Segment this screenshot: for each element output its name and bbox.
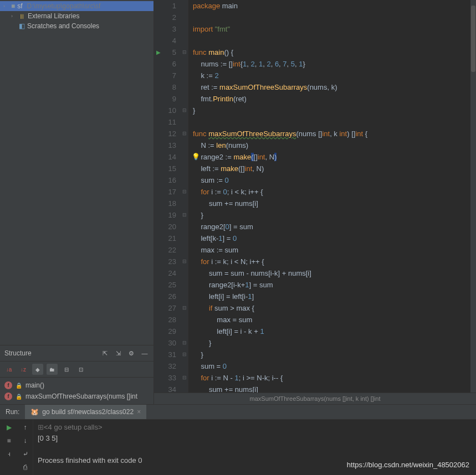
function-icon: f bbox=[4, 381, 12, 389]
chevron-right-icon: › bbox=[11, 13, 17, 19]
run-tab[interactable]: 🐹 go build sf/newclass2/class022 × bbox=[25, 405, 146, 419]
down-icon[interactable]: ↓ bbox=[20, 435, 31, 446]
stop-icon[interactable]: ■ bbox=[3, 435, 14, 446]
expand-icon[interactable]: ⇱ bbox=[100, 349, 109, 358]
project-name: sf bbox=[17, 2, 22, 10]
folder-icon[interactable]: 🖿 bbox=[47, 364, 58, 375]
fold-column[interactable]: ⊟⊟⊟⊟⊟⊟⊟⊟⊟⊟ bbox=[181, 0, 188, 393]
sort-visibility-icon[interactable]: ↓z bbox=[18, 364, 29, 375]
project-sidebar: › ■ sf D:\mysetup\gopath\src\sf › ⫼ Exte… bbox=[0, 0, 154, 404]
lock-icon: 🔒 bbox=[16, 383, 22, 389]
folder-icon: ■ bbox=[11, 2, 15, 10]
external-libraries[interactable]: › ⫼ External Libraries bbox=[0, 11, 153, 21]
project-path: D:\mysetup\gopath\src\sf bbox=[27, 2, 101, 10]
structure-func-main[interactable]: f 🔒 main() bbox=[0, 380, 153, 391]
layout-icon[interactable]: ⫞ bbox=[3, 448, 14, 459]
up-icon[interactable]: ↑ bbox=[20, 422, 31, 433]
gear-icon[interactable]: ⚙ bbox=[127, 349, 136, 358]
scratch-label: Scratches and Consoles bbox=[27, 22, 99, 30]
go-icon: 🐹 bbox=[30, 408, 39, 416]
project-root[interactable]: › ■ sf D:\mysetup\gopath\src\sf bbox=[0, 1, 153, 11]
minimize-icon[interactable]: — bbox=[140, 349, 149, 358]
project-tree: › ■ sf D:\mysetup\gopath\src\sf › ⫼ Exte… bbox=[0, 0, 153, 32]
autoscroll-icon[interactable]: ⊟ bbox=[61, 364, 72, 375]
function-icon: f bbox=[4, 393, 12, 400]
filter-icon[interactable]: ◆ bbox=[32, 364, 43, 375]
run-output[interactable]: ⊞<4 go setup calls> [0 3 5] Process fini… bbox=[33, 420, 476, 475]
output-result: [0 3 5] bbox=[38, 433, 472, 444]
close-icon[interactable]: × bbox=[137, 408, 141, 416]
vertical-scrollbar[interactable] bbox=[470, 0, 476, 393]
code-content[interactable]: package mainimport "fmt"func main() { nu… bbox=[188, 0, 476, 393]
sort-alpha-icon[interactable]: ↓a bbox=[3, 364, 14, 375]
print-icon[interactable]: ⎙ bbox=[20, 462, 31, 473]
fold-icon[interactable]: ⊞ bbox=[38, 423, 44, 431]
breadcrumb[interactable]: maxSumOfThreeSubarrays(nums []int, k int… bbox=[154, 393, 476, 404]
scratches[interactable]: ◧ Scratches and Consoles bbox=[0, 21, 153, 31]
lock-icon: 🔒 bbox=[16, 394, 22, 400]
line-gutter[interactable]: 12345▶6789101112131415161718192021222324… bbox=[154, 0, 181, 393]
libs-label: External Libraries bbox=[28, 12, 79, 20]
wrap-icon[interactable]: ⤶ bbox=[20, 448, 31, 459]
structure-title: Structure bbox=[4, 349, 100, 357]
code-editor[interactable]: 12345▶6789101112131415161718192021222324… bbox=[154, 0, 476, 404]
scroll-thumb[interactable] bbox=[471, 6, 475, 72]
autoscroll2-icon[interactable]: ⊡ bbox=[75, 364, 86, 375]
scratch-icon: ◧ bbox=[19, 22, 25, 30]
watermark: https://blog.csdn.net/weixin_48502062 bbox=[347, 459, 469, 471]
run-label: Run: bbox=[0, 405, 25, 419]
rerun-icon[interactable]: ▶ bbox=[3, 422, 14, 433]
structure-func-maxsum[interactable]: f 🔒 maxSumOfThreeSubarrays(nums []int bbox=[0, 391, 153, 402]
chevron-right-icon: › bbox=[3, 3, 9, 9]
run-panel: Run: 🐹 go build sf/newclass2/class022 × … bbox=[0, 404, 476, 475]
collapse-icon[interactable]: ⇲ bbox=[114, 349, 122, 358]
structure-panel: Structure ⇱ ⇲ ⚙ — ↓a ↓z ◆ 🖿 ⊟ ⊡ f 🔒 bbox=[0, 345, 153, 404]
library-icon: ⫼ bbox=[19, 12, 25, 20]
